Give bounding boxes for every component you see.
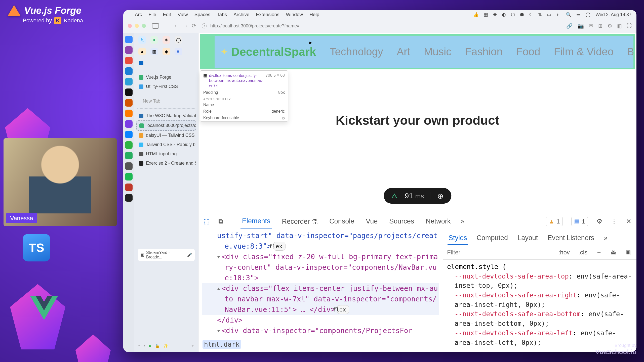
menu-help[interactable]: Help [309,12,319,17]
add-rule-icon[interactable]: ＋ [594,247,604,257]
nav-cat[interactable]: Bo [627,46,633,58]
layout-badge[interactable]: flex [337,305,349,314]
hov-toggle[interactable]: :hov [556,248,572,257]
maximize-window-icon[interactable] [142,24,146,28]
minimize-window-icon[interactable] [135,24,139,28]
pin-icon[interactable]: ✶ [163,36,170,44]
more-tabs-icon[interactable]: » [603,232,609,245]
control-center-icon[interactable]: ☰ [576,12,580,17]
layout-badge[interactable]: flex [273,242,286,251]
menubar-clock[interactable]: Wed 2. Aug 19:37 [595,12,631,17]
chevron-right-icon[interactable] [217,288,220,290]
menu-edit[interactable]: Edit [163,12,171,17]
device-toggle-icon[interactable]: ⧉ [218,217,223,225]
archive-icon[interactable]: ⌂ [138,344,140,348]
link-icon[interactable]: 🔗 [566,23,573,29]
wifi-icon[interactable]: ᯤ [556,12,561,17]
close-window-icon[interactable] [128,24,132,28]
nav-cat[interactable]: Food [516,46,540,58]
sidebar-mini-window[interactable]: ▣StreamYard - Broadc...🎤 [138,249,195,261]
dock-app[interactable] [125,110,133,117]
nav-cat[interactable]: Art [397,46,410,58]
kebab-icon[interactable]: ⋮ [611,217,617,225]
menu-arc[interactable]: Arc [135,12,142,17]
sidebar-toggle-icon[interactable] [152,23,159,29]
camera-icon[interactable]: 📷 [578,23,584,29]
site-brand[interactable]: ✦ DecentralSpark [221,45,316,59]
menu-archive[interactable]: Archive [233,12,249,17]
pin-twitter-icon[interactable]: 𝕏 [138,36,146,44]
mail-icon[interactable]: ✉ [589,23,593,29]
menu-spaces[interactable]: Spaces [194,12,210,17]
lock-icon[interactable]: 🔒 [155,343,160,348]
crosshair-icon[interactable]: ⊕ [436,192,444,200]
sidebar-item[interactable]: daisyUI — Tailwind CSS C... [136,131,196,140]
nav-cat[interactable]: Music [424,46,452,58]
status-icon[interactable]: ✺ [493,12,497,17]
status-icon[interactable]: ☾ [529,12,533,17]
dot-icon[interactable]: ● [149,344,151,348]
nav-cat[interactable]: Film & Video [554,46,614,58]
tab-elements[interactable]: Elements [240,214,272,229]
status-icon[interactable]: ▦ [484,12,488,17]
sidebar-item-linkedin[interactable] [136,59,196,67]
dock-app[interactable] [125,120,133,128]
cls-toggle[interactable]: .cls [576,248,589,257]
inspect-element-icon[interactable]: ⬚ [204,217,210,225]
dot-icon[interactable]: • [144,344,145,348]
split-icon[interactable]: ◧ [617,23,622,29]
chevron-down-icon[interactable] [217,330,220,332]
nav-cat[interactable]: Technology [330,46,383,58]
sidebar-item[interactable]: Tailwind CSS - Rapidly bui... [136,140,196,149]
gear-icon[interactable]: ⚙ [608,23,612,29]
dock-app[interactable] [125,57,133,64]
tab-event-listeners[interactable]: Event Listeners [546,232,595,245]
print-icon[interactable]: 🖶 [609,248,619,257]
styles-filter-input[interactable] [447,249,552,256]
pin-icon[interactable]: ▦ [150,48,158,55]
sidebar-item[interactable]: Vue.js Forge [136,73,196,82]
nuxt-devtools-pill[interactable]: 91 ms ⊕ [384,188,451,204]
close-icon[interactable]: ✕ [626,217,631,225]
pin-icon[interactable]: ▲ [138,48,146,55]
tab-network[interactable]: Network [424,214,452,229]
menu-tabs[interactable]: Tabs [217,12,227,17]
sidebar-item[interactable]: Utility-First CSS [136,82,196,91]
style-rules[interactable]: element.style { --nuxt-devtools-safe-are… [443,260,636,350]
dock-app[interactable] [125,152,133,159]
tab-styles[interactable]: Styles [448,232,468,245]
tab-sources[interactable]: Sources [388,214,416,229]
dock-app[interactable] [125,88,133,96]
status-icon[interactable]: ⬢ [520,12,524,17]
dock-app[interactable] [125,194,133,202]
dock-app[interactable] [125,46,133,54]
status-icon[interactable]: ◐ [502,12,506,17]
status-icon[interactable]: ⇅ [538,12,542,17]
chevron-down-icon[interactable] [217,256,220,258]
tab-layout[interactable]: Layout [516,232,539,245]
ext-icon[interactable]: ⊞ [598,23,602,29]
tab-recorder[interactable]: Recorder ⚗ [280,214,319,229]
menu-view[interactable]: View [178,12,188,17]
more-tabs-icon[interactable]: » [461,217,464,225]
tab-computed[interactable]: Computed [476,232,509,245]
dock-app[interactable] [125,141,133,149]
dock-app[interactable] [125,67,133,75]
dock-app[interactable] [125,131,133,138]
dock-app[interactable] [125,162,133,170]
sidebar-item-active[interactable]: localhost:3000/projects/cr... [136,120,196,131]
tab-console[interactable]: Console [328,214,356,229]
tab-vue[interactable]: Vue [364,214,379,229]
sparkle-icon[interactable]: ✨ [163,343,168,348]
reload-icon[interactable]: ⟳ [192,23,196,29]
dock-app[interactable] [125,173,133,180]
sidebar-item[interactable]: HTML input tag [136,149,196,159]
nav-cat[interactable]: Fashion [465,46,502,58]
pin-icon[interactable]: ● [150,36,158,44]
warnings-badge[interactable]: ▲1 [546,217,563,226]
sidebar-item[interactable]: Exercise 2 - Create and St... [136,159,196,168]
menu-extensions[interactable]: Extensions [256,12,279,17]
siri-icon[interactable]: ◯ [585,12,590,17]
menu-window[interactable]: Window [286,12,303,17]
sidebar-new-tab[interactable]: + New Tab [136,97,196,106]
